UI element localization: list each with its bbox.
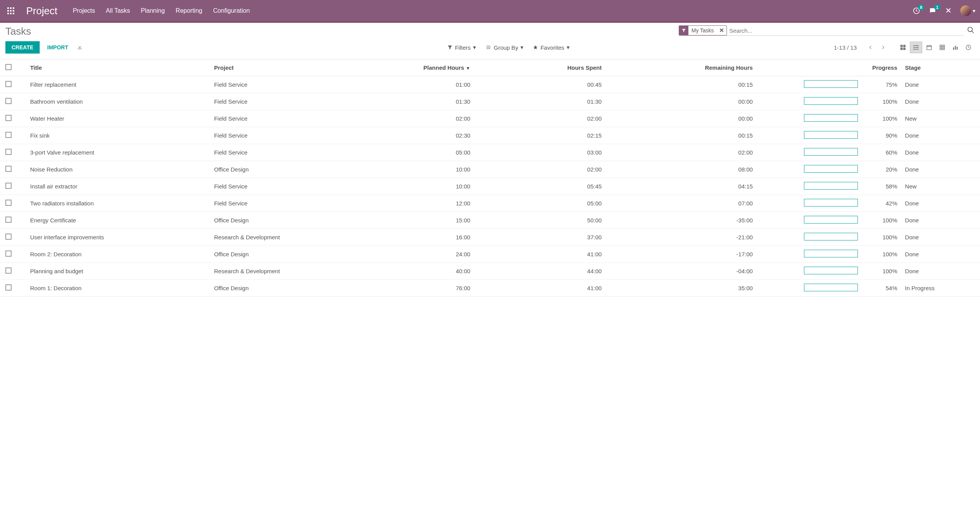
col-stage[interactable]: Stage: [901, 59, 980, 76]
cell-stage: Done: [901, 93, 980, 110]
table-row[interactable]: Filter replacement Field Service 01:00 0…: [0, 76, 980, 93]
row-checkbox[interactable]: [5, 284, 12, 291]
cell-title: Filter replacement: [26, 76, 210, 93]
activity-badge: 8: [918, 5, 924, 10]
table-row[interactable]: Planning and budget Research & Developme…: [0, 263, 980, 280]
row-checkbox[interactable]: [5, 250, 12, 257]
filters-dropdown[interactable]: Filters ▾: [447, 44, 476, 51]
view-activity-icon[interactable]: [962, 42, 975, 53]
row-checkbox[interactable]: [5, 149, 12, 155]
table-row[interactable]: Noise Reduction Office Design 10:00 02:0…: [0, 161, 980, 178]
view-graph-icon[interactable]: [949, 42, 962, 53]
search-icon[interactable]: [967, 26, 975, 35]
breadcrumb-title[interactable]: Tasks: [5, 25, 31, 37]
user-menu[interactable]: ▾: [960, 5, 975, 16]
pager-text[interactable]: 1-13 / 13: [834, 44, 857, 51]
close-icon[interactable]: [945, 7, 952, 15]
cell-spent: 00:45: [474, 76, 606, 93]
cell-planned: 02:30: [381, 127, 474, 144]
cell-title: Install air extractor: [26, 178, 210, 195]
select-all-checkbox[interactable]: [5, 64, 12, 70]
search-facet: My Tasks ✕: [679, 25, 727, 35]
cell-title: User interface improvements: [26, 229, 210, 246]
row-checkbox[interactable]: [5, 132, 12, 138]
col-remaining-hours[interactable]: Remaining Hours: [606, 59, 757, 76]
row-checkbox[interactable]: [5, 98, 12, 104]
groupby-dropdown[interactable]: Group By ▾: [485, 44, 524, 51]
pager-prev-icon[interactable]: [865, 42, 876, 53]
messaging-icon[interactable]: 1: [929, 7, 936, 15]
cell-spent: 41:00: [474, 246, 606, 263]
col-progress[interactable]: Progress: [757, 59, 901, 76]
cell-remaining: 04:15: [606, 178, 757, 195]
row-checkbox[interactable]: [5, 200, 12, 206]
view-calendar-icon[interactable]: [923, 42, 935, 53]
row-checkbox[interactable]: [5, 183, 12, 189]
svg-point-19: [913, 49, 915, 50]
col-title[interactable]: Title: [26, 59, 210, 76]
table-row[interactable]: Install air extractor Field Service 10:0…: [0, 178, 980, 195]
systray: 8 1 ▾: [913, 5, 975, 16]
cell-project: Field Service: [210, 144, 381, 161]
svg-rect-0: [7, 7, 9, 9]
col-planned-hours[interactable]: Planned Hours▼: [381, 59, 474, 76]
progress-bar: [804, 148, 858, 156]
cell-project: Field Service: [210, 76, 381, 93]
cell-progress-pct: 100%: [862, 246, 901, 263]
cell-title: 3-port Valve replacement: [26, 144, 210, 161]
table-row[interactable]: Bathroom ventilation Field Service 01:30…: [0, 93, 980, 110]
cell-spent: 01:30: [474, 93, 606, 110]
table-row[interactable]: Room 1: Decoration Office Design 76:00 4…: [0, 280, 980, 297]
nav-configuration[interactable]: Configuration: [213, 7, 250, 14]
row-checkbox[interactable]: [5, 217, 12, 223]
create-button[interactable]: CREATE: [5, 41, 40, 54]
table-row[interactable]: 3-port Valve replacement Field Service 0…: [0, 144, 980, 161]
col-hours-spent[interactable]: Hours Spent: [474, 59, 606, 76]
row-checkbox[interactable]: [5, 267, 12, 274]
progress-bar: [804, 284, 858, 291]
nav-planning[interactable]: Planning: [141, 7, 165, 14]
table-row[interactable]: Energy Certificate Office Design 15:00 5…: [0, 212, 980, 229]
row-checkbox[interactable]: [5, 81, 12, 87]
row-checkbox[interactable]: [5, 166, 12, 172]
pager-next-icon[interactable]: [878, 42, 888, 53]
cell-remaining: 00:00: [606, 93, 757, 110]
app-brand[interactable]: Project: [26, 5, 57, 17]
nav-all-tasks[interactable]: All Tasks: [106, 7, 130, 14]
table-row[interactable]: Fix sink Field Service 02:30 02:15 00:15…: [0, 127, 980, 144]
sort-desc-icon: ▼: [466, 66, 470, 71]
cell-progress-pct: 20%: [862, 161, 901, 178]
facet-remove-icon[interactable]: ✕: [717, 27, 727, 34]
view-list-icon[interactable]: [910, 42, 922, 53]
cell-progress-pct: 100%: [862, 263, 901, 280]
view-pivot-icon[interactable]: [936, 42, 948, 53]
cell-progress-pct: 75%: [862, 76, 901, 93]
cell-planned: 16:00: [381, 229, 474, 246]
download-icon[interactable]: [77, 44, 83, 51]
table-row[interactable]: Water Heater Field Service 02:00 02:00 0…: [0, 110, 980, 127]
progress-bar: [804, 199, 858, 207]
row-checkbox[interactable]: [5, 115, 12, 121]
import-button[interactable]: IMPORT: [47, 44, 68, 50]
svg-rect-4: [10, 10, 12, 12]
cell-stage: New: [901, 178, 980, 195]
apps-icon[interactable]: [5, 5, 17, 17]
table-row[interactable]: Room 2: Decoration Office Design 24:00 4…: [0, 246, 980, 263]
progress-bar: [804, 216, 858, 224]
nav-projects[interactable]: Projects: [73, 7, 95, 14]
nav-reporting[interactable]: Reporting: [176, 7, 202, 14]
col-project[interactable]: Project: [210, 59, 381, 76]
cell-spent: 41:00: [474, 280, 606, 297]
cell-spent: 50:00: [474, 212, 606, 229]
search-input[interactable]: [727, 26, 964, 35]
activity-icon[interactable]: 8: [913, 7, 920, 15]
table-row[interactable]: Two radiators installation Field Service…: [0, 195, 980, 212]
table-row[interactable]: User interface improvements Research & D…: [0, 229, 980, 246]
row-checkbox[interactable]: [5, 234, 12, 240]
groupby-label: Group By: [494, 44, 518, 51]
cell-planned: 10:00: [381, 178, 474, 195]
view-kanban-icon[interactable]: [897, 42, 909, 53]
cell-planned: 12:00: [381, 195, 474, 212]
favorites-dropdown[interactable]: Favorites ▾: [533, 44, 570, 51]
cell-remaining: -17:00: [606, 246, 757, 263]
